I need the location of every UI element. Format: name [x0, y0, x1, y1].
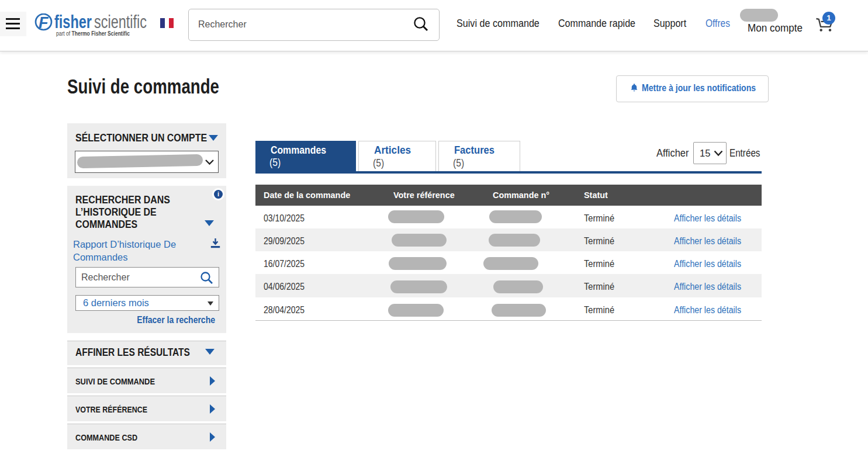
svg-text:scientific: scientific: [94, 13, 147, 32]
svg-text:fisher: fisher: [54, 13, 92, 32]
svg-text:part of Thermo Fisher Scientif: part of Thermo Fisher Scientific: [56, 30, 130, 37]
svg-text:F: F: [39, 14, 49, 32]
